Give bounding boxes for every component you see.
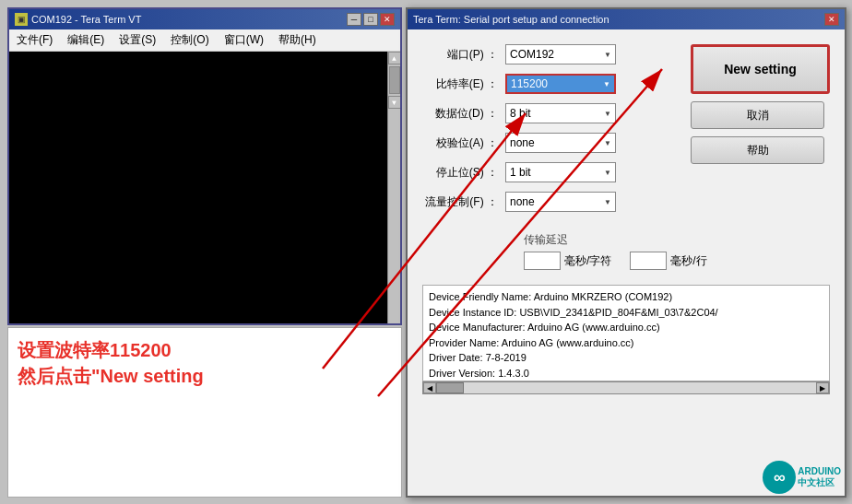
device-info-line5: Driver Date: 7-8-2019 <box>429 350 823 366</box>
scrollbar-up-arrow[interactable]: ▲ <box>388 52 401 64</box>
hscroll-thumb[interactable] <box>436 382 464 393</box>
horizontal-scrollbar[interactable]: ◀ ▶ <box>422 381 830 394</box>
baud-label: 比特率(E) ： <box>422 76 505 92</box>
stop-row: 停止位(S) ： 1 bit ▼ <box>422 162 830 182</box>
hscroll-track <box>436 382 816 393</box>
new-setting-button[interactable]: New setting <box>693 47 827 91</box>
cancel-button[interactable]: 取消 <box>691 101 824 129</box>
stop-value: 1 bit <box>510 166 531 179</box>
flow-label: 流量控制(F) ： <box>422 194 505 210</box>
dialog-title: Tera Term: Serial port setup and connect… <box>413 14 609 25</box>
terminal-titlebar: ▣ COM192 - Tera Term VT ─ □ ✕ <box>9 9 400 29</box>
baud-select[interactable]: 115200 ▼ <box>505 74 616 94</box>
hscroll-right-arrow[interactable]: ▶ <box>816 382 829 393</box>
dialog-close-btn[interactable]: ✕ <box>824 13 839 26</box>
annotation-line2: 然后点击"New setting <box>18 366 204 386</box>
device-info: Device Friendly Name: Arduino MKRZERO (C… <box>422 285 830 381</box>
parity-value: none <box>510 136 535 149</box>
terminal-minimize-btn[interactable]: ─ <box>347 13 361 26</box>
data-label: 数据位(D) ： <box>422 106 505 122</box>
help-button[interactable]: 帮助 <box>691 136 824 164</box>
flow-value: none <box>510 195 535 208</box>
delay-label: 传输延迟 <box>505 232 830 248</box>
menu-help[interactable]: 帮助(H) <box>275 31 320 49</box>
delay-char-unit: 毫秒/字符 <box>564 253 611 269</box>
data-value: 8 bit <box>510 107 531 120</box>
dialog-title-buttons: ✕ <box>824 13 839 26</box>
device-info-line3: Device Manufacturer: Arduino AG (www.ard… <box>429 320 823 335</box>
annotation-line1: 设置波特率115200 <box>18 340 172 360</box>
parity-select[interactable]: none ▼ <box>505 133 616 153</box>
delay-line-unit: 毫秒/行 <box>670 253 706 269</box>
delay-char-input[interactable]: 0 <box>524 252 561 270</box>
scrollbar-down-arrow[interactable]: ▼ <box>388 96 401 109</box>
baud-dropdown-arrow: ▼ <box>603 80 610 88</box>
terminal-icon: ▣ <box>15 13 28 26</box>
scrollbar-thumb[interactable] <box>389 66 400 94</box>
stop-label: 停止位(S) ： <box>422 165 505 181</box>
menu-settings[interactable]: 设置(S) <box>115 31 160 49</box>
port-value: COM192 <box>510 48 554 61</box>
terminal-window: ▣ COM192 - Tera Term VT ─ □ ✕ 文件(F) 编辑(E… <box>7 7 402 325</box>
arduino-text: ARDUINO中文社区 <box>798 466 841 488</box>
annotation-text: 设置波特率115200 然后点击"New setting <box>18 337 392 389</box>
port-label: 端口(P) ： <box>422 47 505 63</box>
menu-file[interactable]: 文件(F) <box>13 31 56 49</box>
menu-window[interactable]: 窗口(W) <box>220 31 267 49</box>
arduino-circle-icon: ∞ <box>763 461 796 494</box>
data-control: 8 bit ▼ <box>505 103 616 123</box>
device-info-line4: Provider Name: Arduino AG (www.arduino.c… <box>429 335 823 351</box>
terminal-title-left: ▣ COM192 - Tera Term VT <box>15 13 141 26</box>
port-dropdown-arrow: ▼ <box>604 51 611 59</box>
device-info-line2: Device Instance ID: USB\VID_2341&PID_804… <box>429 305 823 321</box>
delay-line-input[interactable]: 0 <box>630 252 667 270</box>
hscroll-left-arrow[interactable]: ◀ <box>423 382 436 393</box>
data-select[interactable]: 8 bit ▼ <box>505 103 616 123</box>
port-select[interactable]: COM192 ▼ <box>505 44 616 64</box>
delay-section: 传输延迟 0 毫秒/字符 0 毫秒/行 <box>422 227 830 277</box>
buttons-column: New setting 取消 帮助 <box>691 44 830 164</box>
terminal-title-buttons: ─ □ ✕ <box>347 13 395 26</box>
terminal-scrollbar[interactable]: ▲ ▼ <box>387 52 400 323</box>
data-dropdown-arrow: ▼ <box>604 110 611 118</box>
dialog-window: Tera Term: Serial port setup and connect… <box>406 7 846 498</box>
port-control: COM192 ▼ <box>505 44 616 64</box>
terminal-screen: ▲ ▼ <box>9 52 400 323</box>
stop-select[interactable]: 1 bit ▼ <box>505 162 616 182</box>
baud-value: 115200 <box>511 77 548 90</box>
flow-row: 流量控制(F) ： none ▼ <box>422 192 830 212</box>
terminal-title: COM192 - Tera Term VT <box>31 14 141 25</box>
menu-control[interactable]: 控制(O) <box>167 31 212 49</box>
device-info-line1: Device Friendly Name: Arduino MKRZERO (C… <box>429 289 823 305</box>
parity-label: 校验位(A) ： <box>422 135 505 151</box>
menu-edit[interactable]: 编辑(E) <box>64 31 108 49</box>
terminal-close-btn[interactable]: ✕ <box>380 13 395 26</box>
arduino-logo: ∞ ARDUINO中文社区 <box>763 461 841 494</box>
device-info-line6: Driver Version: 1.4.3.0 <box>429 366 823 381</box>
parity-dropdown-arrow: ▼ <box>604 139 611 147</box>
stop-control: 1 bit ▼ <box>505 162 616 182</box>
flow-control: none ▼ <box>505 192 616 212</box>
new-setting-button-wrapper: New setting <box>691 44 830 94</box>
stop-dropdown-arrow: ▼ <box>604 169 611 177</box>
annotation-area: 设置波特率115200 然后点击"New setting <box>7 327 402 498</box>
terminal-maximize-btn[interactable]: □ <box>363 13 378 26</box>
dialog-titlebar: Tera Term: Serial port setup and connect… <box>408 9 845 29</box>
flow-dropdown-arrow: ▼ <box>604 198 611 206</box>
terminal-menubar: 文件(F) 编辑(E) 设置(S) 控制(O) 窗口(W) 帮助(H) <box>9 29 400 52</box>
delay-row: 0 毫秒/字符 0 毫秒/行 <box>505 252 830 270</box>
flow-select[interactable]: none ▼ <box>505 192 616 212</box>
parity-control: none ▼ <box>505 133 616 153</box>
baud-control: 115200 ▼ <box>505 74 616 94</box>
